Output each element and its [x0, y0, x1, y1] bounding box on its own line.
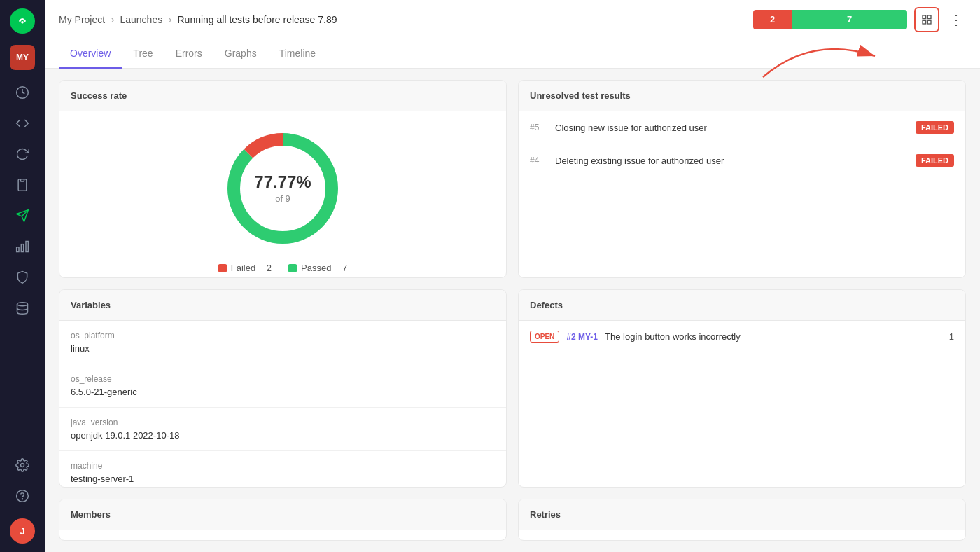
launch-icon[interactable]: [8, 202, 36, 230]
passed-count: 7: [342, 263, 347, 273]
variables-list: os_platform linux os_release 6.5.0-21-ge…: [59, 321, 506, 488]
donut-label: 77.77% of 9: [254, 172, 311, 205]
unresolved-card: Unresolved test results #5 Closing new i…: [518, 80, 966, 278]
var-value: linux: [71, 343, 495, 354]
view-icon-button[interactable]: [914, 7, 939, 32]
test-name: Deleting existing issue for authorized u…: [555, 156, 907, 166]
defect-count: 1: [949, 331, 954, 342]
test-num: #5: [530, 123, 547, 132]
svg-rect-13: [927, 20, 931, 24]
legend-failed: Failed 2: [218, 263, 272, 273]
open-badge: OPEN: [530, 331, 559, 343]
tab-errors[interactable]: Errors: [164, 39, 214, 69]
svg-rect-6: [17, 247, 19, 252]
project-avatar[interactable]: MY: [10, 45, 35, 70]
code-icon[interactable]: [8, 109, 36, 137]
defects-list: OPEN #2 MY-1 The login button works inco…: [519, 321, 965, 352]
content-grid: Success rate 77.77% of 9: [45, 69, 980, 552]
defects-header: Defects: [519, 290, 965, 321]
svg-point-8: [21, 464, 24, 467]
svg-rect-4: [26, 242, 28, 252]
retries-card: Retries: [518, 499, 966, 541]
storage-icon[interactable]: [8, 294, 36, 322]
var-name: os_release: [71, 374, 495, 384]
tab-overview[interactable]: Overview: [59, 39, 122, 69]
failed-bar: 2: [753, 10, 792, 29]
variable-row: os_release 6.5.0-21-generic: [59, 364, 506, 408]
more-button[interactable]: ⋮: [946, 11, 966, 28]
sidebar: MY: [0, 0, 45, 552]
svg-rect-11: [923, 15, 926, 19]
legend-passed: Passed 7: [288, 263, 347, 273]
svg-rect-12: [927, 15, 931, 19]
security-icon[interactable]: [8, 263, 36, 291]
defect-name: The login button works incorrectly: [605, 331, 942, 342]
svg-rect-3: [21, 179, 24, 181]
tabs: Overview Tree Errors Graphs Timeline: [45, 39, 980, 69]
test-name: Closing new issue for authorized user: [555, 123, 907, 133]
passed-dot: [288, 264, 297, 272]
unresolved-header: Unresolved test results: [519, 81, 965, 111]
svg-rect-14: [923, 20, 926, 24]
variables-header: Variables: [59, 290, 506, 321]
passed-label: Passed: [301, 263, 331, 273]
var-value: 6.5.0-21-generic: [71, 387, 495, 397]
var-value: testing-server-1: [71, 474, 495, 484]
var-name: os_platform: [71, 331, 495, 340]
members-card: Members: [59, 499, 507, 541]
breadcrumb: My Project › Launches › Running all test…: [59, 13, 753, 26]
chart-icon[interactable]: [8, 233, 36, 261]
var-value: openjdk 19.0.1 2022-10-18: [71, 430, 495, 441]
settings-icon[interactable]: [8, 451, 36, 479]
donut-legend: Failed 2 Passed 7: [218, 263, 348, 273]
var-name: java_version: [71, 418, 495, 427]
progress-bar: 2 7: [753, 10, 907, 29]
defect-id: #2 MY-1: [566, 332, 598, 342]
help-icon[interactable]: [8, 482, 36, 510]
tab-tree[interactable]: Tree: [122, 39, 164, 69]
variable-row: java_version openjdk 19.0.1 2022-10-18: [59, 408, 506, 451]
breadcrumb-project[interactable]: My Project: [59, 14, 105, 25]
success-rate-header: Success rate: [59, 81, 506, 111]
variable-row: os_platform linux: [59, 321, 506, 364]
svg-point-1: [21, 21, 24, 24]
failed-label: Failed: [231, 263, 255, 273]
defects-card: Defects OPEN #2 MY-1 The login button wo…: [518, 289, 966, 488]
var-name: machine: [71, 461, 495, 471]
passed-bar: 7: [792, 10, 907, 29]
donut-chart: 77.77% of 9: [220, 125, 346, 251]
donut-of: of 9: [275, 193, 290, 204]
topbar-right: 2 7 ⋮: [753, 7, 966, 32]
topbar: My Project › Launches › Running all test…: [45, 0, 980, 39]
refresh-icon[interactable]: [8, 140, 36, 168]
failed-dot: [218, 264, 227, 272]
donut-chart-container: 77.77% of 9 Failed 2 Passed 7: [59, 111, 506, 278]
user-avatar[interactable]: J: [10, 518, 35, 544]
tab-timeline[interactable]: Timeline: [268, 39, 327, 69]
tab-graphs[interactable]: Graphs: [214, 39, 268, 69]
svg-point-9: [17, 490, 29, 502]
breadcrumb-sep-1: ›: [111, 13, 114, 26]
test-row[interactable]: #4 Deleting existing issue for authorize…: [519, 144, 965, 177]
svg-rect-5: [21, 244, 23, 252]
svg-point-7: [18, 303, 28, 306]
failed-count: 2: [267, 263, 272, 273]
failed-badge: FAILED: [916, 154, 954, 167]
members-header: Members: [59, 499, 506, 530]
test-row[interactable]: #5 Closing new issue for authorized user…: [519, 111, 965, 144]
breadcrumb-sep-2: ›: [168, 13, 172, 26]
donut-percent: 77.77%: [254, 172, 311, 192]
variable-row: machine testing-server-1: [59, 451, 506, 488]
defect-row[interactable]: OPEN #2 MY-1 The login button works inco…: [519, 321, 965, 352]
main-area: My Project › Launches › Running all test…: [45, 0, 980, 552]
dashboard-icon[interactable]: [8, 78, 36, 106]
app-logo: [10, 8, 35, 34]
success-rate-card: Success rate 77.77% of 9: [59, 80, 507, 278]
clipboard-icon[interactable]: [8, 171, 36, 199]
breadcrumb-launches[interactable]: Launches: [120, 14, 162, 25]
unresolved-list: #5 Closing new issue for authorized user…: [519, 111, 965, 177]
failed-badge: FAILED: [916, 121, 954, 134]
breadcrumb-current: Running all tests before release 7.89: [178, 14, 337, 25]
test-num: #4: [530, 156, 547, 165]
retries-header: Retries: [519, 499, 965, 530]
